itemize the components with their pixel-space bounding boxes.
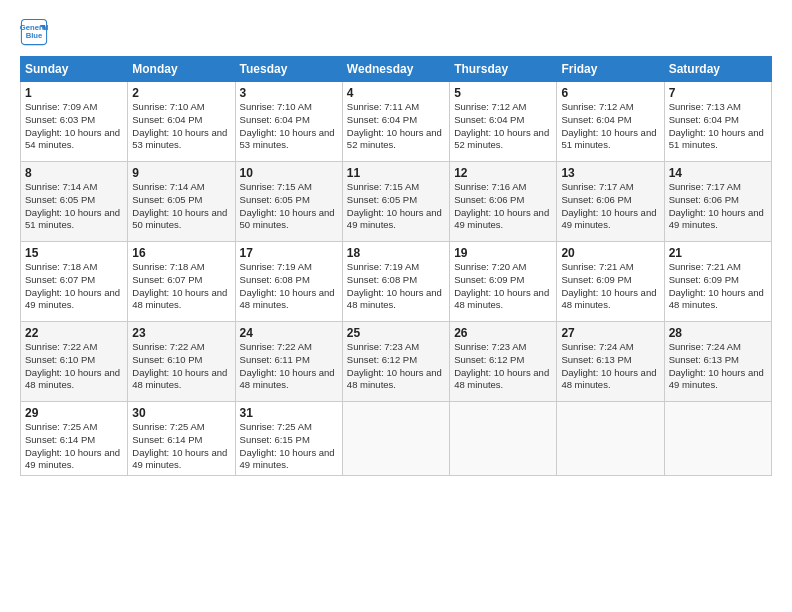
sunrise: Sunrise: 7:24 AM [561, 341, 633, 352]
day-number: 7 [669, 86, 767, 100]
weekday-friday: Friday [557, 57, 664, 82]
day-number: 23 [132, 326, 230, 340]
calendar-cell: 30 Sunrise: 7:25 AM Sunset: 6:14 PM Dayl… [128, 402, 235, 476]
day-number: 31 [240, 406, 338, 420]
sunset: Sunset: 6:13 PM [561, 354, 631, 365]
daylight: Daylight: 10 hours and 50 minutes. [240, 207, 335, 231]
daylight: Daylight: 10 hours and 52 minutes. [454, 127, 549, 151]
calendar-cell: 22 Sunrise: 7:22 AM Sunset: 6:10 PM Dayl… [21, 322, 128, 402]
daylight: Daylight: 10 hours and 48 minutes. [25, 367, 120, 391]
sunrise: Sunrise: 7:18 AM [132, 261, 204, 272]
daylight: Daylight: 10 hours and 49 minutes. [240, 447, 335, 471]
sunset: Sunset: 6:03 PM [25, 114, 95, 125]
calendar-cell: 5 Sunrise: 7:12 AM Sunset: 6:04 PM Dayli… [450, 82, 557, 162]
daylight: Daylight: 10 hours and 48 minutes. [561, 287, 656, 311]
day-number: 13 [561, 166, 659, 180]
day-number: 9 [132, 166, 230, 180]
daylight: Daylight: 10 hours and 48 minutes. [561, 367, 656, 391]
day-info: Sunrise: 7:22 AM Sunset: 6:11 PM Dayligh… [240, 341, 338, 392]
sunset: Sunset: 6:12 PM [454, 354, 524, 365]
day-info: Sunrise: 7:25 AM Sunset: 6:14 PM Dayligh… [132, 421, 230, 472]
daylight: Daylight: 10 hours and 53 minutes. [240, 127, 335, 151]
daylight: Daylight: 10 hours and 48 minutes. [454, 367, 549, 391]
daylight: Daylight: 10 hours and 48 minutes. [132, 367, 227, 391]
sunset: Sunset: 6:08 PM [347, 274, 417, 285]
sunset: Sunset: 6:11 PM [240, 354, 310, 365]
sunrise: Sunrise: 7:22 AM [240, 341, 312, 352]
calendar-cell: 8 Sunrise: 7:14 AM Sunset: 6:05 PM Dayli… [21, 162, 128, 242]
calendar-cell: 4 Sunrise: 7:11 AM Sunset: 6:04 PM Dayli… [342, 82, 449, 162]
sunset: Sunset: 6:09 PM [454, 274, 524, 285]
daylight: Daylight: 10 hours and 49 minutes. [132, 447, 227, 471]
day-info: Sunrise: 7:25 AM Sunset: 6:15 PM Dayligh… [240, 421, 338, 472]
sunrise: Sunrise: 7:25 AM [25, 421, 97, 432]
sunrise: Sunrise: 7:11 AM [347, 101, 419, 112]
day-number: 2 [132, 86, 230, 100]
day-number: 22 [25, 326, 123, 340]
calendar-cell: 31 Sunrise: 7:25 AM Sunset: 6:15 PM Dayl… [235, 402, 342, 476]
sunset: Sunset: 6:10 PM [25, 354, 95, 365]
calendar-cell: 26 Sunrise: 7:23 AM Sunset: 6:12 PM Dayl… [450, 322, 557, 402]
daylight: Daylight: 10 hours and 49 minutes. [25, 447, 120, 471]
weekday-tuesday: Tuesday [235, 57, 342, 82]
daylight: Daylight: 10 hours and 49 minutes. [669, 207, 764, 231]
sunset: Sunset: 6:06 PM [454, 194, 524, 205]
sunset: Sunset: 6:04 PM [561, 114, 631, 125]
sunset: Sunset: 6:09 PM [669, 274, 739, 285]
sunset: Sunset: 6:06 PM [669, 194, 739, 205]
sunrise: Sunrise: 7:12 AM [454, 101, 526, 112]
sunset: Sunset: 6:13 PM [669, 354, 739, 365]
calendar-cell: 11 Sunrise: 7:15 AM Sunset: 6:05 PM Dayl… [342, 162, 449, 242]
calendar-cell: 16 Sunrise: 7:18 AM Sunset: 6:07 PM Dayl… [128, 242, 235, 322]
sunrise: Sunrise: 7:23 AM [454, 341, 526, 352]
day-info: Sunrise: 7:15 AM Sunset: 6:05 PM Dayligh… [347, 181, 445, 232]
sunset: Sunset: 6:04 PM [240, 114, 310, 125]
sunrise: Sunrise: 7:13 AM [669, 101, 741, 112]
sunrise: Sunrise: 7:22 AM [132, 341, 204, 352]
day-info: Sunrise: 7:20 AM Sunset: 6:09 PM Dayligh… [454, 261, 552, 312]
sunset: Sunset: 6:04 PM [669, 114, 739, 125]
sunrise: Sunrise: 7:19 AM [347, 261, 419, 272]
sunrise: Sunrise: 7:14 AM [132, 181, 204, 192]
day-number: 14 [669, 166, 767, 180]
calendar-cell: 20 Sunrise: 7:21 AM Sunset: 6:09 PM Dayl… [557, 242, 664, 322]
calendar-cell: 14 Sunrise: 7:17 AM Sunset: 6:06 PM Dayl… [664, 162, 771, 242]
sunset: Sunset: 6:14 PM [25, 434, 95, 445]
day-info: Sunrise: 7:25 AM Sunset: 6:14 PM Dayligh… [25, 421, 123, 472]
sunrise: Sunrise: 7:22 AM [25, 341, 97, 352]
logo: General Blue [20, 18, 50, 46]
day-info: Sunrise: 7:14 AM Sunset: 6:05 PM Dayligh… [25, 181, 123, 232]
day-number: 19 [454, 246, 552, 260]
calendar-cell: 21 Sunrise: 7:21 AM Sunset: 6:09 PM Dayl… [664, 242, 771, 322]
sunrise: Sunrise: 7:21 AM [669, 261, 741, 272]
daylight: Daylight: 10 hours and 49 minutes. [454, 207, 549, 231]
day-info: Sunrise: 7:23 AM Sunset: 6:12 PM Dayligh… [454, 341, 552, 392]
sunrise: Sunrise: 7:19 AM [240, 261, 312, 272]
day-info: Sunrise: 7:21 AM Sunset: 6:09 PM Dayligh… [561, 261, 659, 312]
day-info: Sunrise: 7:15 AM Sunset: 6:05 PM Dayligh… [240, 181, 338, 232]
day-info: Sunrise: 7:18 AM Sunset: 6:07 PM Dayligh… [25, 261, 123, 312]
day-info: Sunrise: 7:19 AM Sunset: 6:08 PM Dayligh… [347, 261, 445, 312]
sunset: Sunset: 6:05 PM [25, 194, 95, 205]
calendar-cell: 12 Sunrise: 7:16 AM Sunset: 6:06 PM Dayl… [450, 162, 557, 242]
sunrise: Sunrise: 7:18 AM [25, 261, 97, 272]
daylight: Daylight: 10 hours and 48 minutes. [240, 287, 335, 311]
sunset: Sunset: 6:07 PM [25, 274, 95, 285]
sunset: Sunset: 6:05 PM [240, 194, 310, 205]
calendar-cell: 18 Sunrise: 7:19 AM Sunset: 6:08 PM Dayl… [342, 242, 449, 322]
daylight: Daylight: 10 hours and 51 minutes. [561, 127, 656, 151]
sunrise: Sunrise: 7:21 AM [561, 261, 633, 272]
logo-icon: General Blue [20, 18, 48, 46]
day-info: Sunrise: 7:16 AM Sunset: 6:06 PM Dayligh… [454, 181, 552, 232]
day-info: Sunrise: 7:22 AM Sunset: 6:10 PM Dayligh… [132, 341, 230, 392]
sunrise: Sunrise: 7:15 AM [347, 181, 419, 192]
sunrise: Sunrise: 7:25 AM [132, 421, 204, 432]
day-number: 20 [561, 246, 659, 260]
calendar-cell: 3 Sunrise: 7:10 AM Sunset: 6:04 PM Dayli… [235, 82, 342, 162]
sunrise: Sunrise: 7:14 AM [25, 181, 97, 192]
sunrise: Sunrise: 7:17 AM [669, 181, 741, 192]
calendar-cell: 29 Sunrise: 7:25 AM Sunset: 6:14 PM Dayl… [21, 402, 128, 476]
calendar-table: SundayMondayTuesdayWednesdayThursdayFrid… [20, 56, 772, 476]
header: General Blue [20, 18, 772, 46]
day-info: Sunrise: 7:23 AM Sunset: 6:12 PM Dayligh… [347, 341, 445, 392]
